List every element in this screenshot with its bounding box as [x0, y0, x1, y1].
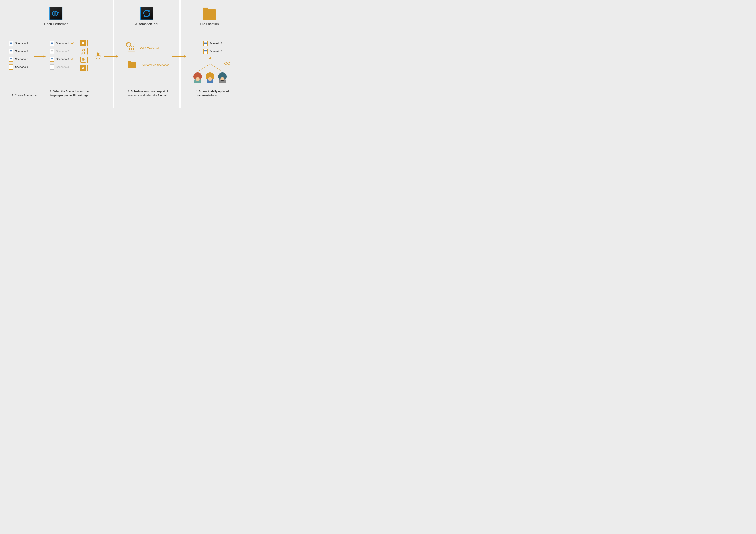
setting-icon-group — [80, 57, 88, 63]
scenario-label: Scenario 1 — [15, 42, 28, 45]
ruler-icon — [87, 57, 88, 63]
schedule-row: Daily, 02:00 AM — [128, 44, 159, 51]
folder-icon — [128, 62, 136, 68]
step-2-caption: 2. Select the Scenarios and the target-g… — [50, 89, 95, 98]
panel-divider — [179, 0, 181, 108]
setting-icon-group — [80, 40, 88, 46]
glasses-icon — [224, 62, 230, 66]
ruler-icon — [87, 48, 88, 54]
panel1-header: Docu Performer — [41, 0, 71, 26]
schedule-time-text: Daily, 02:00 AM — [140, 46, 159, 49]
scenario-item: Scenario 4 — [9, 65, 28, 70]
panel2-title: AutomationTool — [132, 22, 162, 26]
step-bold: Schedule — [131, 90, 143, 93]
click-hand-icon — [94, 52, 102, 61]
globe-bubble-icon — [80, 57, 86, 63]
scenario-label: Scenario 1 — [209, 42, 222, 45]
user-avatar-icon — [206, 72, 214, 81]
scenario-label: Scenario 1 — [56, 42, 69, 45]
ruler-icon — [87, 65, 88, 71]
document-icon — [50, 49, 54, 54]
word-icon: W — [80, 65, 86, 71]
step-text: 3. — [128, 90, 131, 93]
svg-line-4 — [210, 64, 222, 71]
schedule-calendar-icon — [128, 44, 135, 51]
arrow-icon — [34, 56, 45, 57]
check-icon: ✔ — [71, 57, 74, 61]
step-bold: Scenarios — [24, 94, 37, 97]
step-3-caption: 3. Schedule automated export of scenario… — [128, 89, 173, 98]
users-row — [193, 72, 227, 81]
scenario-label: Scenario 4 — [56, 66, 69, 69]
document-icon — [203, 41, 207, 46]
docu-performer-logo-icon — [49, 7, 63, 20]
folder-large-icon — [203, 9, 216, 20]
comment-icon — [80, 40, 86, 46]
svg-point-6 — [228, 62, 230, 65]
setting-icon-group: W — [80, 65, 88, 71]
step-text: 2. Select the — [50, 90, 66, 93]
automation-tool-logo-icon — [140, 7, 153, 20]
output-scenarios: Scenario 1 Scenario 3 — [203, 41, 222, 57]
panel-docu-performer: Docu Performer Scenario 1 Scenario 2 Sce… — [0, 0, 113, 108]
arrow-icon — [104, 56, 118, 57]
document-icon — [9, 49, 13, 54]
user-avatar-icon — [218, 72, 227, 81]
document-icon — [9, 65, 13, 70]
scenario-label: Scenario 3 — [209, 50, 222, 53]
scenario-list-select: Scenario 1✔ Scenario 2 Scenario 3✔ Scena… — [50, 41, 74, 72]
step-bold: target-group-specific settings — [50, 94, 88, 97]
file-path-text: ...\Automated Scenarios — [140, 64, 169, 67]
step-text: 1. Create — [12, 94, 24, 97]
user-avatar-icon — [193, 72, 202, 81]
scenario-label: Scenario 3 — [56, 58, 69, 61]
scenario-item-selected: Scenario 1✔ — [50, 41, 74, 46]
panel1-title: Docu Performer — [41, 22, 71, 26]
scenario-label: Scenario 2 — [15, 50, 28, 53]
document-icon — [50, 41, 54, 46]
scenario-label: Scenario 4 — [15, 66, 28, 69]
scenario-label: Scenario 3 — [15, 58, 28, 61]
step-bold: file path — [158, 94, 168, 97]
panel-file-location: File Location Scenario 1 Scenario 3 4. A… — [181, 0, 238, 108]
arrow-icon — [172, 56, 186, 57]
scenario-item: Scenario 1 — [203, 41, 222, 46]
scenario-item: Scenario 1 — [9, 41, 28, 46]
converge-arrow-icon — [196, 59, 225, 71]
step-text: and the — [79, 90, 89, 93]
panel-divider — [113, 0, 114, 108]
document-icon — [50, 57, 54, 62]
step-4-caption: 4. Access to daily updated documentation… — [196, 89, 235, 98]
scenario-item: Scenario 2 — [9, 49, 28, 54]
scenario-label: Scenario 2 — [56, 50, 69, 53]
tools-icon — [80, 48, 86, 54]
step-text: 4. Access to — [196, 90, 211, 93]
svg-point-5 — [225, 62, 227, 65]
scenario-item-selected: Scenario 3✔ — [50, 57, 74, 62]
svg-line-2 — [199, 64, 210, 71]
ruler-icon — [87, 40, 88, 46]
panel2-header: AutomationTool — [132, 0, 162, 26]
panel3-title: File Location — [194, 22, 225, 26]
scenario-item-unselected: Scenario 4 — [50, 65, 74, 70]
document-icon — [203, 49, 207, 54]
scenario-item-unselected: Scenario 2 — [50, 49, 74, 54]
document-icon — [50, 65, 54, 70]
document-icon — [9, 57, 13, 62]
scenario-item: Scenario 3 — [9, 57, 28, 62]
scenario-item: Scenario 3 — [203, 49, 222, 54]
step-1-caption: 1. Create Scenarios — [12, 94, 37, 98]
setting-icon-group — [80, 48, 88, 54]
scenario-list-create: Scenario 1 Scenario 2 Scenario 3 Scenari… — [9, 41, 28, 72]
step-bold: Scenarios — [66, 90, 79, 93]
panel3-header: File Location — [194, 0, 225, 26]
path-row: ...\Automated Scenarios — [128, 62, 169, 68]
document-icon — [9, 41, 13, 46]
target-settings-icons: W — [80, 40, 88, 73]
check-icon: ✔ — [71, 42, 74, 45]
panel-automation-tool: AutomationTool Daily, 02:00 AM ...\Autom… — [114, 0, 179, 108]
